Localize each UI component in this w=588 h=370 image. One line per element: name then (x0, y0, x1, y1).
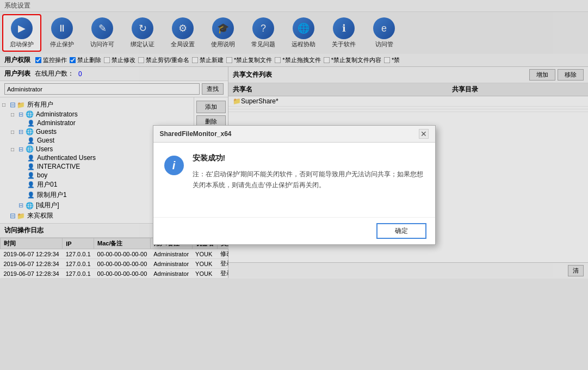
modal-heading: 安装成功! (193, 153, 424, 163)
modal-close-button[interactable]: ✕ (419, 129, 429, 139)
modal-info-icon: i (164, 156, 184, 175)
modal-ok-button[interactable]: 确定 (376, 223, 426, 239)
modal-body: i 安装成功! 注：在'启动保护'期间不能关闭软件，否则可能导致用户无法访问共享… (153, 143, 435, 217)
modal-dialog: SharedFileMonitor_x64 ✕ i 安装成功! 注：在'启动保护… (153, 125, 436, 245)
modal-title: SharedFileMonitor_x64 (160, 130, 232, 138)
modal-content: 安装成功! 注：在'启动保护'期间不能关闭软件，否则可能导致用户无法访问共享；如… (193, 153, 424, 191)
modal-overlay: SharedFileMonitor_x64 ✕ i 安装成功! 注：在'启动保护… (0, 0, 588, 279)
modal-titlebar: SharedFileMonitor_x64 ✕ (153, 126, 435, 143)
modal-text: 注：在'启动保护'期间不能关闭软件，否则可能导致用户无法访问共享；如果您想关闭本… (193, 169, 424, 191)
modal-footer: 确定 (153, 217, 435, 244)
